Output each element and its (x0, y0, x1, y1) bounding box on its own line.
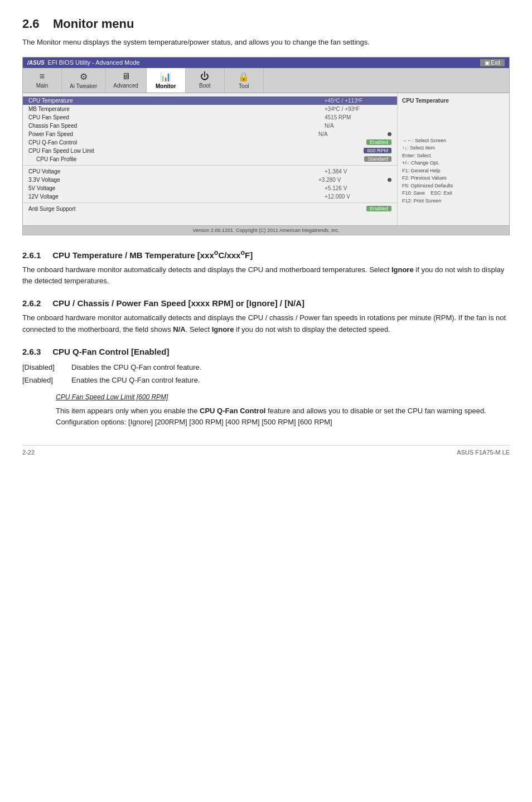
power-fan-speed-label: Power Fan Speed (28, 131, 318, 137)
footer-right: ASUS F1A75-M LE (457, 449, 510, 456)
indented-text-2: Configuration options: [Ignore] [200RPM]… (56, 417, 510, 428)
5v-voltage-label: 5V Voltage (28, 185, 325, 191)
bios-row-cpu-voltage[interactable]: CPU Voltage +1.384 V (23, 167, 397, 176)
subsection-2-6-1-heading: CPU Temperature / MB Temperature [xxxoC/… (52, 250, 253, 260)
subsection-2-6-3-heading: CPU Q-Fan Control [Enabled] (52, 347, 169, 356)
cpu-qfan-control-label: CPU Q-Fan Control (28, 139, 366, 146)
ai-tweaker-icon: ⚙ (80, 71, 88, 82)
disabled-key: [Disabled] (22, 361, 67, 374)
bios-titlebar: /ASUS EFI BIOS Utility - Advanced Mode ▣… (23, 57, 509, 68)
indented-block-2-6-3: CPU Fan Speed Low Limit [600 RPM] This i… (56, 392, 510, 428)
cpu-qfan-control-badge: Enabled (366, 139, 391, 145)
subsection-2-6-3-title: 2.6.3 CPU Q-Fan Control [Enabled] (22, 347, 510, 356)
bios-row-cpu-fan-profile[interactable]: CPU Fan Profile Standard (23, 155, 397, 163)
power-fan-speed-value: N/A (318, 131, 385, 137)
bios-footer: Version 2.00.1201. Copyright (C) 2011 Am… (23, 225, 509, 235)
5v-voltage-value: +5.126 V (325, 185, 391, 191)
disabled-value: Disables the CPU Q-Fan control feature. (71, 361, 201, 374)
monitor-icon: 📊 (160, 71, 171, 82)
tool-icon: 🔒 (238, 71, 249, 82)
bios-row-cpu-fan-speed[interactable]: CPU Fan Speed 4515 RPM (23, 113, 397, 122)
3v3-voltage-label: 3.3V Voltage (28, 177, 318, 183)
subsection-2-6-3-list: [Disabled] Disables the CPU Q-Fan contro… (22, 361, 510, 387)
nav-monitor-label: Monitor (156, 83, 176, 89)
bios-exit-button[interactable]: ▣ Exit (480, 59, 505, 66)
subsection-2-6-2-heading: CPU / Chassis / Power Fan Speed [xxxx RP… (52, 298, 304, 308)
chassis-fan-speed-label: Chassis Fan Speed (28, 123, 325, 129)
nav-main-label: Main (36, 83, 49, 89)
subsection-2-6-1-body: The onboard hardware monitor automatical… (22, 264, 510, 288)
sublist-item-disabled: [Disabled] Disables the CPU Q-Fan contro… (22, 361, 510, 374)
bios-row-3v3-voltage[interactable]: 3.3V Voltage +3.280 V (23, 176, 397, 184)
boot-icon: ⏻ (200, 71, 209, 81)
nav-advanced-label: Advanced (113, 83, 138, 89)
main-icon: ≡ (40, 71, 45, 81)
bios-row-mb-temp[interactable]: MB Temperature +34ºC / +93ºF (23, 105, 397, 113)
bios-row-cpu-fan-low-limit[interactable]: CPU Fan Speed Low Limit 600 RPM (23, 147, 397, 155)
3v3-voltage-value: +3.280 V (318, 177, 385, 183)
12v-voltage-value: +12.000 V (325, 194, 391, 200)
subsection-2-6-2-number: 2.6.2 (22, 298, 41, 308)
bios-help-title: CPU Temperature (402, 98, 505, 104)
subsection-2-6-1-title: 2.6.1 CPU Temperature / MB Temperature [… (22, 249, 510, 260)
subsection-2-6-3: 2.6.3 CPU Q-Fan Control [Enabled] [Disab… (22, 347, 510, 429)
bios-screenshot: /ASUS EFI BIOS Utility - Advanced Mode ▣… (22, 57, 510, 235)
cpu-temp-label: CPU Temperature (28, 98, 325, 104)
bios-row-power-fan-speed[interactable]: Power Fan Speed N/A (23, 130, 397, 138)
cpu-temp-value: +45ºC / +113ºF (325, 98, 391, 104)
spacer (22, 386, 510, 392)
cpu-fan-low-limit-label: CPU Fan Speed Low Limit (28, 148, 364, 154)
nav-monitor[interactable]: 📊 Monitor (147, 68, 186, 93)
bios-row-5v-voltage[interactable]: 5V Voltage +5.126 V (23, 184, 397, 192)
bios-help-text: →←: Select Screen ↑↓: Select Item Enter:… (402, 137, 505, 205)
nav-main[interactable]: ≡ Main (23, 68, 62, 93)
subsection-2-6-2-title: 2.6.2 CPU / Chassis / Power Fan Speed [x… (22, 298, 510, 308)
nav-tool-label: Tool (239, 83, 249, 89)
exit-icon: ▣ (485, 60, 490, 66)
bios-row-cpu-temp[interactable]: CPU Temperature +45ºC / +113ºF (23, 96, 397, 105)
section-number: 2.6 (22, 17, 40, 31)
bios-titlebar-left: /ASUS EFI BIOS Utility - Advanced Mode (27, 59, 140, 66)
indented-text-1: This item appears only when you enable t… (56, 405, 510, 417)
advanced-icon: 🖥 (122, 71, 130, 81)
bios-nav: ≡ Main ⚙ Ai Tweaker 🖥 Advanced 📊 Monitor… (23, 68, 509, 93)
cpu-voltage-label: CPU Voltage (28, 168, 325, 175)
nav-ai-tweaker-label: Ai Tweaker (70, 83, 97, 89)
anti-surge-label: Anti Surge Support (28, 206, 366, 212)
cpu-fan-low-limit-badge: 600 RPM (364, 148, 391, 153)
nav-boot-label: Boot (199, 83, 211, 89)
section-intro: The Monitor menu displays the system tem… (22, 37, 510, 48)
bios-right-panel: CPU Temperature →←: Select Screen ↑↓: Se… (398, 93, 509, 225)
italic-heading-cpu-fan-low-limit: CPU Fan Speed Low Limit [600 RPM] (56, 392, 510, 403)
mb-temp-value: +34ºC / +93ºF (325, 106, 391, 112)
bios-separator-2 (23, 202, 397, 203)
bios-row-cpu-qfan-control[interactable]: CPU Q-Fan Control Enabled (23, 138, 397, 147)
bios-spacer (23, 213, 397, 222)
asus-logo: /ASUS (27, 60, 45, 66)
bios-left-panel: CPU Temperature +45ºC / +113ºF MB Temper… (23, 93, 398, 225)
12v-voltage-label: 12V Voltage (28, 194, 325, 200)
nav-tool[interactable]: 🔒 Tool (225, 68, 264, 93)
power-fan-dot (388, 132, 391, 136)
nav-ai-tweaker[interactable]: ⚙ Ai Tweaker (62, 68, 105, 93)
section-title: 2.6 Monitor menu (22, 17, 510, 31)
bios-row-anti-surge[interactable]: Anti Surge Support Enabled (23, 205, 397, 213)
bios-row-12v-voltage[interactable]: 12V Voltage +12.000 V (23, 192, 397, 201)
nav-advanced[interactable]: 🖥 Advanced (105, 68, 146, 93)
subsection-2-6-2: 2.6.2 CPU / Chassis / Power Fan Speed [x… (22, 298, 510, 336)
chassis-fan-speed-value: N/A (325, 123, 391, 129)
bios-row-chassis-fan-speed[interactable]: Chassis Fan Speed N/A (23, 122, 397, 130)
cpu-fan-speed-value: 4515 RPM (325, 114, 391, 120)
bios-titlebar-title: EFI BIOS Utility - Advanced Mode (48, 59, 140, 66)
mb-temp-label: MB Temperature (28, 106, 325, 112)
subsection-2-6-1-number: 2.6.1 (22, 250, 41, 260)
anti-surge-badge: Enabled (366, 206, 391, 211)
cpu-fan-profile-badge: Standard (364, 156, 391, 162)
cpu-voltage-value: +1.384 V (325, 168, 391, 175)
footer-left: 2-22 (22, 449, 35, 456)
nav-boot[interactable]: ⏻ Boot (186, 68, 225, 93)
3v3-dot (388, 178, 391, 182)
bios-separator-1 (23, 165, 397, 166)
subsection-2-6-1: 2.6.1 CPU Temperature / MB Temperature [… (22, 249, 510, 288)
cpu-fan-speed-label: CPU Fan Speed (28, 114, 325, 120)
